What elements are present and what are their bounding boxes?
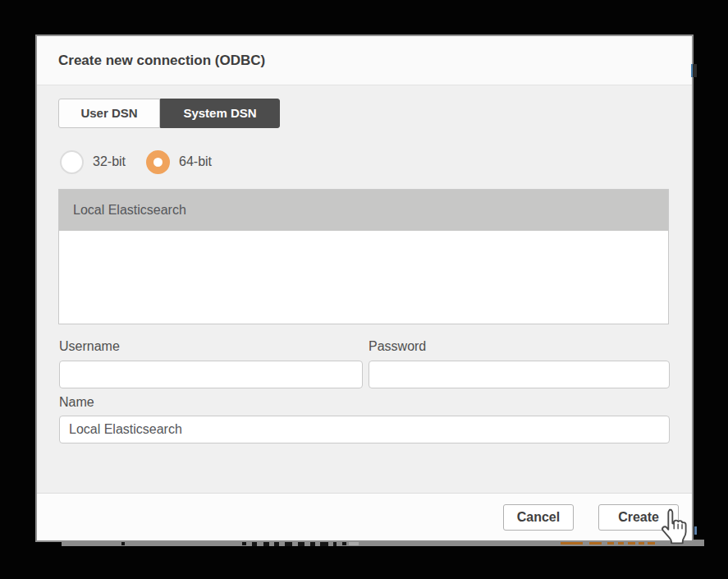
name-input[interactable] (59, 416, 670, 443)
dialog-title: Create new connection (ODBC) (58, 36, 265, 85)
create-button[interactable]: Create (598, 504, 679, 531)
radio-option-64bit[interactable]: 64-bit (146, 150, 212, 174)
create-connection-dialog: Create new connection (ODBC) User DSN Sy… (35, 34, 694, 542)
radio-32bit-circle (60, 150, 84, 174)
obscured-text-fragment (342, 542, 346, 545)
obscured-text-fragment (121, 542, 125, 545)
obscured-page-edge-mark (694, 526, 697, 535)
tab-user-dsn[interactable]: User DSN (58, 99, 160, 128)
password-input[interactable] (369, 361, 670, 388)
radio-64bit-circle (146, 150, 170, 174)
password-label: Password (369, 339, 426, 354)
dsn-list-item-local-elasticsearch[interactable]: Local Elasticsearch (59, 190, 668, 231)
obscured-scrollbar-fragment (691, 64, 697, 77)
radio-option-32bit[interactable]: 32-bit (60, 150, 126, 174)
dsn-list: Local Elasticsearch (58, 189, 669, 324)
tab-system-dsn[interactable]: System DSN (160, 99, 280, 128)
dsn-tab-group: User DSN System DSN (58, 99, 280, 128)
radio-64bit-label: 64-bit (179, 154, 212, 169)
modal-overlay: Create new connection (ODBC) User DSN Sy… (0, 0, 728, 579)
dialog-header: Create new connection (ODBC) (37, 36, 692, 85)
dialog-footer: Cancel Create (37, 493, 692, 540)
name-label: Name (59, 395, 94, 410)
bitness-radio-group: 32-bit 64-bit (60, 149, 212, 174)
radio-32bit-label: 32-bit (93, 154, 126, 169)
username-label: Username (59, 339, 120, 354)
username-input[interactable] (59, 361, 363, 388)
cancel-button[interactable]: Cancel (503, 504, 574, 531)
